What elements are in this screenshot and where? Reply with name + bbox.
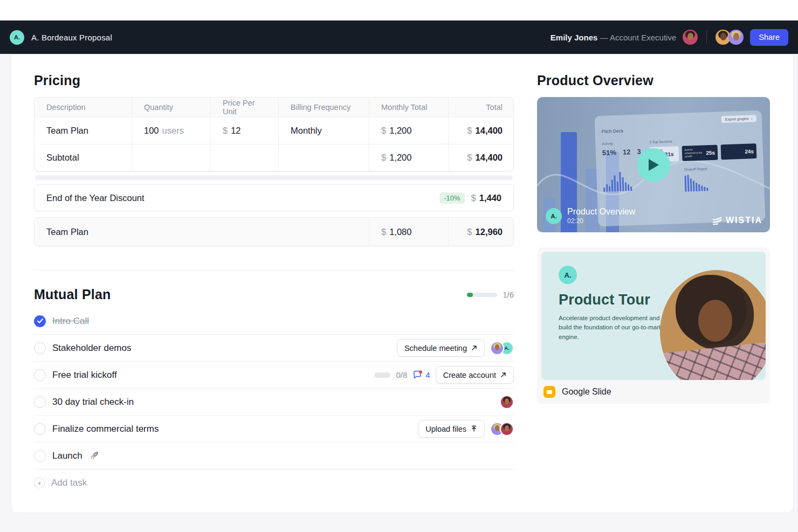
chip-time: 24s bbox=[745, 148, 754, 155]
video-title: Product Overview bbox=[567, 207, 635, 217]
schedule-meeting-button[interactable]: Schedule meeting bbox=[397, 339, 485, 357]
currency-symbol: $ bbox=[467, 153, 472, 163]
owner-role: — Account Executive bbox=[600, 33, 677, 42]
task-list: Intro Call Stakeholder demos Schedule me… bbox=[34, 308, 514, 496]
currency-symbol: $ bbox=[471, 193, 476, 203]
section-divider bbox=[34, 270, 514, 271]
company-avatar: A. bbox=[10, 30, 24, 45]
comments-indicator[interactable]: 4 bbox=[412, 370, 430, 380]
stat-value: 51% bbox=[602, 148, 617, 157]
button-label: Create account bbox=[443, 371, 496, 379]
pitch-deck-label: Pitch Deck bbox=[601, 123, 755, 134]
play-icon bbox=[647, 158, 660, 172]
chip-time: 25s bbox=[706, 149, 715, 156]
monthly-total-value: 1,080 bbox=[389, 227, 411, 237]
comment-icon bbox=[412, 370, 423, 380]
cell-description: Team Plan bbox=[35, 218, 369, 246]
task-label: Launch bbox=[52, 451, 82, 461]
checkbox-unchecked[interactable] bbox=[34, 396, 46, 408]
google-slides-icon bbox=[544, 386, 555, 398]
cell-description: Team Plan bbox=[35, 117, 132, 144]
monthly-total-value: 1,200 bbox=[389, 126, 411, 136]
export-label: Export graphs bbox=[725, 117, 749, 122]
quantity-value: 100 bbox=[144, 126, 159, 136]
currency-symbol: $ bbox=[467, 227, 472, 237]
assignee-avatar bbox=[500, 395, 514, 409]
col-total: Total bbox=[448, 98, 514, 117]
document-title: A. Bordeaux Proposal bbox=[31, 33, 112, 42]
checkbox-unchecked[interactable] bbox=[34, 450, 46, 462]
cell-price: $ 12 bbox=[210, 117, 278, 144]
checkbox-checked[interactable] bbox=[34, 315, 46, 327]
collaborator-avatar-2[interactable] bbox=[728, 30, 744, 45]
progress-label: 1/6 bbox=[503, 290, 514, 299]
mutual-plan-progress: 1/6 bbox=[467, 290, 514, 299]
total-value: 14,400 bbox=[476, 153, 503, 163]
assignee-avatars bbox=[490, 422, 514, 436]
photo-detail bbox=[660, 340, 766, 380]
external-arrow-icon bbox=[500, 372, 506, 378]
collapsed-row-band bbox=[35, 175, 513, 180]
upload-files-button[interactable]: Upload files bbox=[418, 420, 485, 438]
collaborator-avatars[interactable] bbox=[716, 30, 744, 45]
checkbox-unchecked[interactable] bbox=[34, 369, 46, 381]
total-value: 12,960 bbox=[476, 227, 503, 237]
task-row-stakeholder-demos: Stakeholder demos Schedule meeting A. bbox=[34, 335, 514, 362]
cell-billing: Monthly bbox=[278, 117, 369, 144]
google-slide-label: Google Slide bbox=[562, 387, 611, 397]
currency-symbol: $ bbox=[381, 153, 386, 163]
task-row-intro-call: Intro Call bbox=[34, 308, 514, 335]
task-label: Free trial kickoff bbox=[52, 370, 117, 381]
wistia-icon bbox=[712, 216, 723, 225]
cell-total: $ 14,400 bbox=[448, 144, 514, 171]
down-arrow-icon: ↓ bbox=[751, 116, 753, 120]
owner-avatar[interactable] bbox=[683, 30, 698, 45]
monthly-total-value: 1,200 bbox=[389, 153, 411, 163]
google-slide-link[interactable]: Google Slide bbox=[541, 380, 766, 404]
checkbox-unchecked[interactable] bbox=[34, 423, 46, 435]
export-graphs-chip: Export graphs ↓ bbox=[721, 115, 757, 123]
product-tour-description: Accelerate product development and build… bbox=[559, 314, 672, 342]
add-task-label: Add task bbox=[51, 478, 87, 488]
chip-text: Built for enterprise-scale growth bbox=[685, 148, 704, 158]
cell-monthly-total: $ 1,080 bbox=[369, 218, 448, 246]
task-row-launch: Launch bbox=[34, 443, 514, 469]
owner-name: Emily Jones bbox=[551, 33, 598, 42]
subtask-count: 0/8 bbox=[396, 370, 407, 379]
cell-empty bbox=[132, 144, 210, 171]
wistia-logo: WISTIA bbox=[712, 216, 762, 225]
subtask-progress-bar bbox=[374, 372, 390, 378]
product-tour-container: A. Product Tour Accelerate product devel… bbox=[537, 247, 770, 404]
assignee-avatars bbox=[500, 395, 514, 409]
progress-fill bbox=[467, 293, 473, 297]
header-divider bbox=[706, 31, 707, 44]
assignee-avatar bbox=[490, 341, 504, 355]
video-thumbnail[interactable]: Export graphs ↓ Pitch Deck Activity 51% … bbox=[537, 97, 770, 232]
checkbox-unchecked[interactable] bbox=[34, 342, 46, 354]
button-label: Upload files bbox=[425, 425, 466, 433]
add-task-button[interactable]: + Add task bbox=[34, 469, 514, 496]
cell-monthly-total: $ 1,200 bbox=[369, 144, 448, 171]
currency-symbol: $ bbox=[223, 126, 228, 136]
play-button[interactable] bbox=[637, 148, 670, 182]
external-arrow-icon bbox=[471, 345, 477, 351]
cell-quantity: 100 users bbox=[132, 117, 210, 144]
comment-count: 4 bbox=[425, 370, 430, 379]
product-overview-title: Product Overview bbox=[537, 73, 770, 88]
pricing-title: Pricing bbox=[34, 73, 514, 88]
total-value: 14,400 bbox=[476, 126, 503, 136]
cell-empty bbox=[210, 144, 278, 171]
create-account-button[interactable]: Create account bbox=[436, 366, 514, 384]
stat-value: 12 bbox=[623, 148, 631, 156]
product-tour-card[interactable]: A. Product Tour Accelerate product devel… bbox=[541, 252, 766, 380]
top-sections-label: 3 Top Sections bbox=[649, 136, 756, 144]
final-total-table: Team Plan $ 1,080 $ 12,960 bbox=[34, 217, 514, 246]
share-button[interactable]: Share bbox=[750, 29, 788, 46]
col-description: Description bbox=[35, 98, 132, 117]
price-value: 12 bbox=[231, 126, 240, 136]
cell-description: Subtotal bbox=[35, 144, 132, 171]
proposal-card: Pricing Description Quantity Price Per U… bbox=[11, 54, 794, 513]
check-icon bbox=[37, 319, 43, 323]
task-label: Stakeholder demos bbox=[52, 343, 131, 354]
company-avatar: A. bbox=[559, 266, 577, 284]
